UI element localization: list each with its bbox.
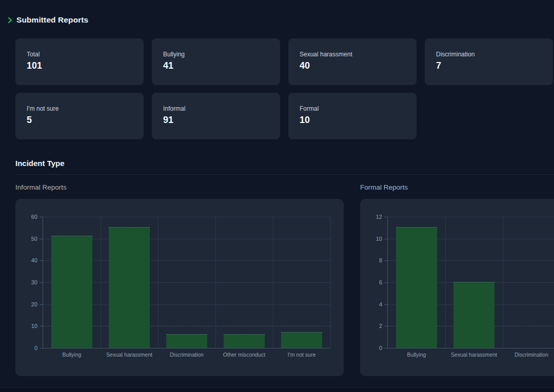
formal-reports-chart: 024681012BullyingSexual harassmentDiscri… [360,199,554,376]
y-axis-tick [39,304,43,305]
stat-cards-grid: Total101Bullying41Sexual harassment40Dis… [15,38,553,139]
x-axis-label: Discrimination [158,352,215,358]
informal-reports-chart: 0102030405060BullyingSexual harassmentDi… [15,199,344,376]
stat-card-label: Bullying [163,51,270,58]
x-axis-label: Bullying [43,352,101,358]
bar-sexual-harassment[interactable] [109,227,150,348]
formal-chart-title: Formal Reports [360,183,408,191]
stat-card-value: 101 [27,60,133,71]
section-title: Incident Type [15,159,65,168]
gridline-vertical [158,217,159,348]
stat-card-label: I'm not sure [27,105,133,112]
stat-card-value: 40 [300,60,406,71]
gridline-vertical [330,217,331,348]
y-axis-label: 10 [367,236,382,242]
informal-chart-title: Informal Reports [15,183,67,191]
y-axis-tick [39,348,43,348]
chevron-right-icon[interactable] [7,17,13,24]
stat-card-label: Total [27,51,133,58]
y-axis-tick [384,260,387,261]
stat-card: Total101 [15,38,144,85]
y-axis-tick [39,260,43,261]
stat-card: Discrimination7 [425,38,553,85]
section-divider [15,174,554,175]
bar-discrimination[interactable] [166,334,207,348]
y-axis-label: 4 [367,301,382,307]
gridline-vertical [273,217,273,348]
bottom-edge [0,387,554,392]
stat-card: I'm not sure5 [15,93,144,139]
submitted-reports-header[interactable]: Submitted Reports [7,15,88,25]
stat-card-label: Discrimination [436,51,543,58]
stat-card-value: 7 [436,60,543,71]
y-axis-label: 20 [22,301,37,307]
bar-i-m-not-sure[interactable] [281,332,322,348]
gridline-vertical [215,217,216,348]
y-axis-tick [384,217,387,217]
y-axis-label: 10 [22,323,37,329]
gridline-vertical [101,217,101,348]
stat-card-value: 41 [163,60,270,71]
x-axis-label: Sexual harassment [445,352,503,358]
stat-card-value: 10 [300,115,406,126]
y-axis-tick [384,282,387,283]
stat-card-value: 5 [27,115,133,126]
page-title: Submitted Reports [16,15,88,25]
x-axis-label: Bullying [388,352,445,358]
bar-bullying[interactable] [51,236,92,348]
stat-card: Bullying41 [152,38,280,85]
x-axis-label: Other misconduct [215,352,273,358]
y-axis-label: 40 [22,257,37,263]
y-axis-label: 6 [367,279,382,285]
x-axis-label: Sexual harassment [101,352,158,358]
y-axis-tick [384,304,387,305]
y-axis-tick [384,326,387,326]
bar-sexual-harassment[interactable] [453,282,494,348]
chart-plot-area: 0102030405060BullyingSexual harassmentDi… [43,217,330,348]
y-axis-label: 0 [22,345,37,351]
y-axis-label: 8 [367,257,382,263]
y-axis-tick [39,239,43,239]
y-axis-label: 30 [22,279,37,285]
y-axis-label: 0 [367,345,382,351]
y-axis-tick [384,239,387,239]
stat-card-value: 91 [163,115,270,126]
y-axis-label: 50 [22,236,37,242]
stat-card: Informal91 [152,93,280,139]
gridline-vertical [445,217,446,348]
stat-card-label: Sexual harassment [300,51,406,58]
y-axis-tick [39,326,43,326]
gridline-vertical [503,217,503,348]
gridline-horizontal [43,217,330,217]
stat-card-label: Informal [163,105,270,112]
bar-bullying[interactable] [396,227,437,348]
x-axis-label: Discrimination [503,352,554,358]
y-axis-tick [384,348,387,348]
bar-other-misconduct[interactable] [224,334,265,348]
gridline-horizontal [388,217,554,217]
y-axis-tick [39,217,43,217]
stat-card: Formal10 [288,93,417,139]
stat-card-label: Formal [300,105,406,112]
y-axis-label: 2 [367,323,382,329]
y-axis-label: 12 [367,214,382,220]
x-axis-label: I'm not sure [273,352,330,358]
y-axis-label: 60 [22,214,37,220]
chart-plot-area: 024681012BullyingSexual harassmentDiscri… [387,217,554,348]
stat-card: Sexual harassment40 [288,38,417,85]
y-axis-tick [39,282,43,283]
